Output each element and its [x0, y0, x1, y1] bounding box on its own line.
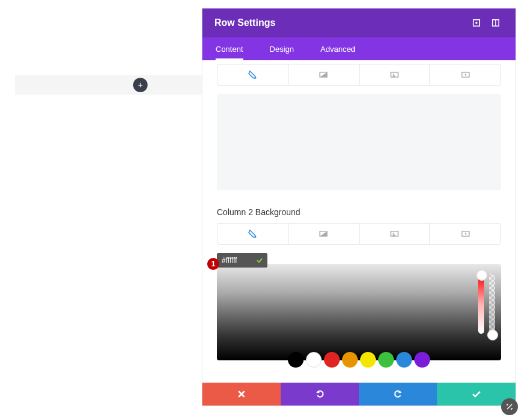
modal-title: Row Settings — [214, 17, 465, 28]
tab-content[interactable]: Content — [202, 37, 257, 60]
bg-color-tab[interactable] — [217, 64, 288, 85]
bg-gradient-tab[interactable] — [288, 64, 360, 85]
column-2-background-label: Column 2 Background — [217, 207, 501, 217]
undo-button[interactable] — [281, 383, 359, 406]
color-swatches — [217, 352, 501, 368]
cancel-button[interactable] — [202, 383, 281, 406]
step-badge-1: 1 — [207, 258, 219, 270]
svg-point-9 — [255, 236, 257, 238]
alpha-slider[interactable] — [489, 274, 495, 334]
modal-tabs: Content Design Advanced — [202, 37, 516, 60]
bg-video-tab-2[interactable] — [430, 224, 500, 244]
alpha-handle[interactable] — [487, 330, 498, 340]
add-module-button[interactable]: + — [133, 78, 148, 92]
color-picker: 1 — [217, 253, 501, 368]
svg-point-12 — [393, 233, 394, 234]
swatch-purple[interactable] — [414, 352, 430, 368]
tab-design[interactable]: Design — [257, 37, 307, 60]
swatch-blue[interactable] — [396, 352, 412, 368]
bg-gradient-tab-2[interactable] — [288, 224, 360, 244]
swatch-orange[interactable] — [342, 352, 358, 368]
background-preview-1 — [217, 94, 501, 190]
tab-advanced[interactable]: Advanced — [307, 37, 369, 60]
row-settings-modal: Row Settings Content Design Advanced Col… — [202, 8, 516, 406]
expand-icon[interactable] — [469, 15, 484, 31]
modal-footer — [202, 383, 516, 406]
swatch-yellow[interactable] — [360, 352, 376, 368]
bg-type-tabs-2 — [217, 223, 501, 245]
saturation-lightness-panel[interactable] — [217, 264, 501, 360]
snap-icon[interactable] — [488, 15, 504, 31]
row-placeholder: + — [15, 75, 202, 95]
bg-image-tab[interactable] — [360, 64, 431, 85]
swatch-green[interactable] — [378, 352, 394, 368]
swatch-red[interactable] — [324, 352, 340, 368]
admin-label-accordion[interactable]: Admin Label — [217, 382, 501, 383]
hex-input[interactable] — [217, 253, 252, 268]
bg-video-tab[interactable] — [430, 64, 500, 85]
svg-point-4 — [255, 77, 257, 79]
resize-handle[interactable] — [501, 398, 518, 415]
hue-slider[interactable] — [478, 274, 484, 334]
bg-type-tabs-1 — [217, 64, 501, 86]
swatch-black[interactable] — [288, 352, 304, 368]
bg-image-tab-2[interactable] — [360, 224, 431, 244]
svg-point-7 — [393, 74, 394, 75]
bg-color-tab-2[interactable] — [217, 224, 288, 244]
swatch-white[interactable] — [306, 352, 322, 368]
confirm-color-button[interactable] — [252, 253, 267, 268]
redo-button[interactable] — [359, 383, 437, 406]
color-input-row — [217, 253, 267, 268]
modal-header: Row Settings — [202, 8, 516, 37]
svg-point-1 — [475, 22, 478, 24]
page-canvas: + — [0, 0, 202, 420]
modal-body[interactable]: Column 2 Background 1 — [202, 60, 516, 383]
hue-handle[interactable] — [476, 270, 487, 281]
